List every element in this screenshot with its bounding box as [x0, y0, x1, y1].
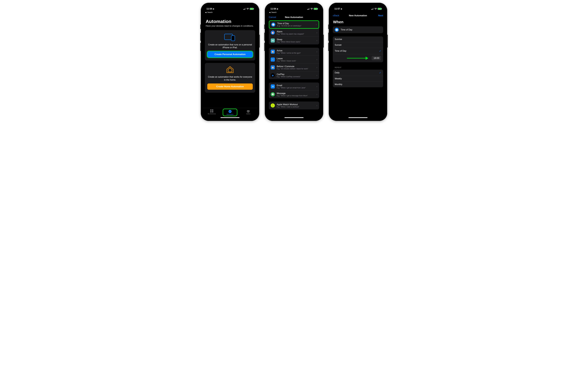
row-title: CarPlay [277, 73, 315, 75]
gallery-icon [246, 109, 250, 113]
option-sunset[interactable]: Sunset [333, 42, 383, 48]
tab-gallery[interactable]: Gallery [242, 109, 255, 115]
trigger-row-email[interactable]: ✉EmailE.g. "When I get an email from Jan… [269, 83, 319, 90]
page-subtitle: Have your devices react to changes in co… [205, 25, 255, 30]
breadcrumb[interactable]: ◀ Search [203, 11, 257, 14]
row-title: Before I Commute [277, 65, 315, 68]
location-icon: ➤ [341, 8, 342, 10]
trigger-row-carplay[interactable]: ◉CarPlayE.g. "When CarPlay connects"› [269, 71, 319, 79]
next-button[interactable]: Next [378, 14, 383, 17]
svg-rect-2 [210, 109, 212, 111]
grid-icon [210, 109, 214, 113]
chevron-right-icon: › [316, 31, 317, 34]
annotation-arrow [347, 58, 368, 58]
signal-icon [243, 8, 246, 10]
row-title: Arrive [277, 50, 315, 52]
phone-1: 11:54➤ ⚡ ◀ Search Automation Have your d… [201, 3, 259, 121]
trigger-group: ✉EmailE.g. "When I get an email from Jan… [269, 83, 319, 98]
trigger-row-sleep[interactable]: 🛏SleepE.g. "When Wind Down starts"› [269, 37, 319, 44]
breadcrumb[interactable]: ◀ Search [267, 11, 321, 14]
option-label: Sunrise [335, 38, 342, 41]
personal-desc: Create an automation that runs on a pers… [207, 43, 253, 49]
create-home-automation-button[interactable]: Create Home Automation [207, 83, 253, 90]
svg-rect-1 [231, 36, 235, 41]
option-label: Sunset [335, 44, 342, 46]
repeat-monthly[interactable]: Monthly [333, 82, 383, 87]
breadcrumb-chevron-icon: ◀ [269, 11, 270, 13]
row-subtitle: E.g. "When CarPlay connects" [277, 75, 315, 78]
home-indicator[interactable] [348, 117, 368, 118]
trigger-row-alarm[interactable]: ⏰AlarmE.g. "When my alarm has stopped"› [269, 29, 319, 37]
trigger-row-arrive[interactable]: 🏠ArriveE.g. "When I arrive at the gym"› [269, 48, 319, 56]
breadcrumb-chevron-icon: ◀ [205, 11, 206, 13]
trigger-row-message[interactable]: 💬MessageE.g. "When I get a message from … [269, 90, 319, 98]
trigger-row-apple-watch-workout[interactable]: 🏃Apple Watch WorkoutE.g. "When I start a… [269, 101, 319, 109]
row-title: Message [277, 92, 315, 95]
trigger-group: 🏠ArriveE.g. "When I arrive at the gym"›🏃… [269, 48, 319, 79]
chevron-right-icon: › [316, 104, 317, 107]
home-indicator[interactable] [221, 117, 240, 118]
bed-icon: 🛏 [271, 38, 275, 42]
home-icon [226, 66, 234, 73]
check-icon: ✓ [379, 50, 381, 52]
location-icon: ➤ [213, 8, 214, 10]
repeat-daily[interactable]: Daily✓ [333, 70, 383, 76]
automation-tab-icon [228, 110, 232, 113]
battery-icon: ⚡ [378, 8, 381, 10]
row-subtitle: E.g. "When I start a workout" [277, 106, 315, 108]
devices-icon [224, 33, 236, 41]
home-desc: Create an automation that works for ever… [207, 75, 253, 81]
message-icon: 💬 [271, 92, 275, 96]
tab-automation[interactable]: Automation [223, 109, 237, 116]
phone-2: 11:54➤ ⚡ ◀ Search Cancel New Automation … [265, 3, 323, 121]
nav-title: New Automation [285, 16, 303, 19]
time-value-row: 18:00 [333, 54, 383, 62]
home-indicator[interactable] [285, 117, 303, 118]
phone-3: 11:57➤ ⚡ ‹Back New Automation Next When … [329, 3, 387, 121]
chevron-right-icon: › [316, 66, 317, 69]
row-subtitle: E.g. "When I arrive at the gym" [277, 52, 315, 54]
row-title: Apple Watch Workout [277, 103, 315, 106]
option-sunrise[interactable]: Sunrise [333, 36, 383, 42]
row-title: Alarm [277, 30, 315, 33]
battery-icon: ⚡ [314, 8, 318, 10]
trigger-row-time-of-day[interactable]: 🕘Time of DayE.g. "At 8:00 am on weekdays… [269, 20, 319, 29]
section-title-when: When [333, 19, 383, 26]
personal-automation-card: Create an automation that runs on a pers… [205, 30, 255, 60]
email-icon: ✉ [271, 84, 275, 89]
cancel-button[interactable]: Cancel [269, 16, 276, 19]
option-time-of-day[interactable]: Time of Day✓ [333, 48, 383, 54]
status-time: 11:54 [270, 8, 276, 10]
clock-icon: 🕘 [335, 28, 339, 32]
wifi-icon [374, 8, 377, 10]
wifi-icon [246, 8, 249, 10]
check-icon: ✓ [379, 71, 381, 74]
row-subtitle: E.g. "When I get a message from Mum" [277, 95, 315, 97]
tab-label: Gallery [246, 113, 251, 115]
create-personal-automation-button[interactable]: Create Personal Automation [207, 51, 253, 58]
tab-my-shortcuts[interactable]: My Shortcuts [205, 109, 219, 115]
row-subtitle: E.g. "At 8:00 am on weekdays" [277, 25, 314, 27]
time-options-group: SunriseSunsetTime of Day✓18:00 [333, 36, 383, 62]
repeat-label: Weekly [335, 77, 342, 80]
chevron-right-icon: › [316, 50, 317, 53]
back-label: Back [334, 14, 339, 17]
trigger-row-before-i-commute[interactable]: 🏠Before I CommuteE.g. "15 minutes before… [269, 64, 319, 71]
trigger-group: 🕘Time of DayE.g. "At 8:00 am on weekdays… [269, 20, 319, 44]
nav-bar: Cancel New Automation [267, 14, 321, 20]
page-title: Automation [205, 14, 255, 25]
breadcrumb-label: Search [271, 11, 277, 13]
breadcrumb-label: Search [207, 11, 212, 13]
row-subtitle: E.g. "15 minutes before I leave for work… [277, 68, 315, 70]
time-picker[interactable]: 18:00 [372, 56, 381, 60]
status-time: 11:54 [207, 8, 212, 10]
trigger-summary: 🕘 Time of Day [333, 26, 383, 33]
workout-icon: 🏃 [271, 103, 275, 108]
status-bar: 11:54➤ ⚡ [203, 5, 257, 11]
row-title: Sleep [277, 38, 315, 41]
back-button[interactable]: ‹Back [333, 14, 339, 17]
nav-title: New Automation [349, 14, 367, 17]
repeat-weekly[interactable]: Weekly [333, 76, 383, 82]
chevron-right-icon: › [316, 74, 317, 77]
trigger-row-leave[interactable]: 🏃LeaveE.g. "When I leave work"› [269, 56, 319, 64]
